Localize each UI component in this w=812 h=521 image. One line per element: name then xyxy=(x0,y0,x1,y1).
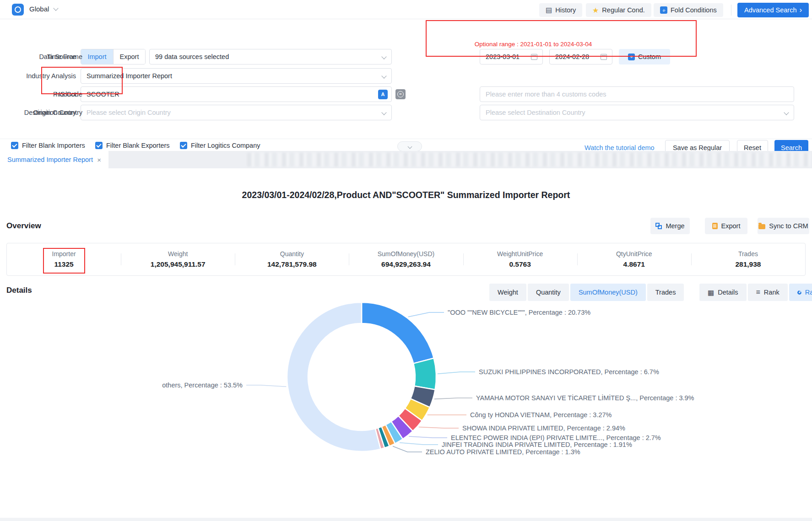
tab-sumofmoney[interactable]: SumOfMoney(USD) xyxy=(570,284,646,301)
merge-icon xyxy=(655,223,662,229)
tab-ratio-view[interactable]: Ratio xyxy=(789,284,812,301)
origin-country-select[interactable]: Please select Origin Country xyxy=(81,105,392,120)
overview-heading: Overview xyxy=(6,221,41,231)
chart-leader-line xyxy=(393,446,422,452)
report-tab-strip: Summarized Importer Report × xyxy=(0,151,812,168)
chart-leader-line xyxy=(400,443,438,445)
chart-leader-line xyxy=(419,427,459,428)
folder-icon xyxy=(758,224,765,229)
data-sources-select[interactable]: 99 data sources selected xyxy=(149,49,392,64)
chevron-down-icon xyxy=(407,144,412,149)
history-icon: ▤ xyxy=(546,6,552,14)
global-logo-icon xyxy=(12,4,24,16)
chevron-down-icon xyxy=(381,73,386,78)
stat-trades: Trades 281,938 xyxy=(691,243,805,275)
custom-range-button[interactable]: + Custom xyxy=(619,49,670,64)
optional-range-note: Optional range : 2021-01-01 to 2024-03-0… xyxy=(430,41,636,48)
tab-quantity[interactable]: Quantity xyxy=(528,284,569,301)
translate-icon[interactable]: A xyxy=(378,90,388,99)
chart-label: ELENTEC POWER INDIA (EPI) PRIVATE LIMITE… xyxy=(451,434,661,441)
chevron-down-icon xyxy=(381,110,386,115)
chevron-down-icon[interactable] xyxy=(53,5,58,11)
destination-country-select[interactable]: Please select Destination Country xyxy=(480,105,794,120)
export-file-icon xyxy=(712,223,718,229)
stat-weight: Weight 1,205,945,911.57 xyxy=(121,243,235,275)
chart-label: "OOO ""NEW BICYCLE""", Percentage : 20.7… xyxy=(448,309,590,316)
stat-quantity: Quantity 142,781,579.98 xyxy=(235,243,349,275)
product-field: A xyxy=(81,86,392,102)
importer-share-donut-chart: "OOO ""NEW BICYCLE""", Percentage : 20.7… xyxy=(0,302,812,521)
tab-details-view[interactable]: ▦ Details xyxy=(699,284,747,301)
close-icon[interactable]: × xyxy=(97,156,101,164)
filter-logitics-company-checkbox[interactable]: Filter Logitics Company xyxy=(180,142,260,149)
destination-country-label: Destination Country xyxy=(0,105,82,120)
report-title: 2023/03/01-2024/02/28,Product AND"SCOOTE… xyxy=(0,190,812,200)
hs-code-input[interactable] xyxy=(480,91,794,98)
fold-icon: « xyxy=(660,6,667,14)
checkbox-checked-icon xyxy=(95,142,103,149)
hs-code-field xyxy=(480,86,794,102)
calendar-icon xyxy=(531,54,537,60)
blurred-tabs-area xyxy=(247,153,812,167)
search-form: Data Source Import Export 99 data source… xyxy=(0,19,812,139)
chart-label: Công ty HONDA VIETNAM, Percentage : 3.27… xyxy=(470,411,612,419)
tab-trades[interactable]: Trades xyxy=(647,284,684,301)
date-end-field[interactable]: 2024-02-28 xyxy=(549,49,612,64)
tutorial-demo-link[interactable]: Watch the tutorial demo xyxy=(585,144,655,151)
tab-weight[interactable]: Weight xyxy=(489,284,526,301)
divider xyxy=(731,5,731,16)
rank-list-icon: ≡ xyxy=(756,289,760,296)
product-input[interactable] xyxy=(81,91,391,98)
chart-label: YAMAHA MOTOR SANAYI VE TİCARET LİMİTED Ş… xyxy=(476,394,694,402)
calendar-icon xyxy=(601,54,607,60)
page: Global ▤ History ★ Regular Cond. « Fold … xyxy=(0,0,812,521)
fold-conditions-button[interactable]: « Fold Conditions xyxy=(654,3,723,17)
industry-analysis-label: Industry Analysis xyxy=(0,68,76,84)
chart-leader-line xyxy=(409,436,447,438)
top-bar: Global ▤ History ★ Regular Cond. « Fold … xyxy=(0,0,812,19)
filter-blank-importers-checkbox[interactable]: Filter Blank Importers xyxy=(11,142,85,149)
overview-stats-card: Importer 11325 Weight 1,205,945,911.57 Q… xyxy=(6,243,806,276)
chart-label: JINFEI TRADING INDIA PRIVATE LIMITED, Pe… xyxy=(442,441,632,448)
region-selector[interactable]: Global xyxy=(29,5,49,13)
chart-leader-line xyxy=(408,312,444,317)
sync-to-crm-button[interactable]: Sync to CRM xyxy=(758,218,809,234)
tab-summarized-importer-report[interactable]: Summarized Importer Report × xyxy=(0,151,108,168)
chart-leader-line xyxy=(246,385,286,387)
chart-leader-line xyxy=(434,398,472,399)
filter-blank-exporters-checkbox[interactable]: Filter Blank Exporters xyxy=(95,142,170,149)
date-start-field[interactable]: 2023-03-01 xyxy=(480,49,543,64)
chart-leader-line xyxy=(438,372,475,374)
stat-sumofmoney: SumOfMoney(USD) 694,929,263.94 xyxy=(349,243,463,275)
stat-weightunitprice: WeightUnitPrice 0.5763 xyxy=(463,243,577,275)
table-icon: ▦ xyxy=(708,289,714,296)
chevron-down-icon xyxy=(381,54,386,59)
view-tab-group: ▦ Details ≡ Rank Ratio xyxy=(699,284,812,301)
expand-conditions-button[interactable] xyxy=(397,141,422,151)
donut-segment[interactable] xyxy=(287,302,380,451)
star-icon: ★ xyxy=(592,6,599,15)
chart-label: SUZUKI PHILIPPINES INCORPORATED, Percent… xyxy=(479,368,659,376)
export-tab[interactable]: Export xyxy=(113,49,145,64)
custom-icon: + xyxy=(628,54,635,60)
advanced-search-button[interactable]: Advanced Search › xyxy=(737,3,809,17)
time-frame-label: Time Frame xyxy=(0,49,82,64)
exact-match-icon[interactable]: = xyxy=(395,89,406,99)
stat-importer: Importer 11325 xyxy=(7,243,121,275)
chevron-down-icon xyxy=(784,110,789,115)
export-button[interactable]: Export xyxy=(705,218,747,234)
donut-segment[interactable] xyxy=(413,358,436,390)
merge-button[interactable]: Merge xyxy=(650,218,690,234)
metric-tab-group: Weight Quantity SumOfMoney(USD) Trades xyxy=(489,284,684,301)
donut-segment[interactable] xyxy=(362,302,434,364)
import-tab[interactable]: Import xyxy=(81,49,113,64)
tab-rank-view[interactable]: ≡ Rank xyxy=(748,284,788,301)
data-source-toggle: Import Export xyxy=(81,49,146,64)
bottom-divider xyxy=(0,518,812,521)
regular-cond-button[interactable]: ★ Regular Cond. xyxy=(586,3,651,17)
history-button[interactable]: ▤ History xyxy=(539,3,582,17)
donut-icon xyxy=(796,290,802,295)
industry-analysis-select[interactable]: Summarized Importer Report xyxy=(81,68,392,84)
hs-code-label: HS Code xyxy=(0,86,82,102)
chart-label: SHOWA INDIA PRIVATE LIMITED, Percentage … xyxy=(462,424,625,432)
